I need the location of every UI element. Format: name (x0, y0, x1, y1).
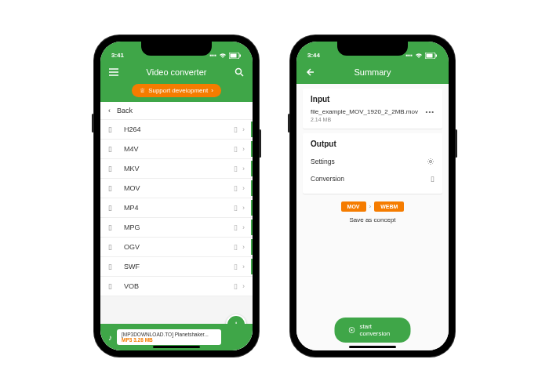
app-header: Video converter (100, 60, 253, 84)
svg-point-7 (430, 161, 432, 163)
output-section: Output Settings Conversion ▯ (303, 133, 442, 194)
screen-left: 3:41 ▪▪▪ Video converter ♕ (100, 42, 253, 350)
queue-format: MP3 (122, 337, 132, 343)
accent-bar (251, 141, 253, 157)
input-filesize: 2.14 MB (311, 117, 434, 122)
chevron-right-icon: › (242, 282, 245, 290)
menu-icon[interactable] (108, 67, 119, 78)
accent-bar (251, 200, 253, 216)
format-item-mkv[interactable]: ▯ MKV ▯ › (100, 159, 253, 179)
format-item-mov[interactable]: ▯ MOV ▯ › (100, 179, 253, 198)
chevron-right-icon: › (242, 223, 245, 231)
music-note-icon: ♪ (108, 333, 112, 342)
screen-right: 3:44 ▪▪▪ Summary Input file_ex (296, 42, 449, 350)
conversion-row[interactable]: Conversion ▯ (311, 170, 434, 187)
device-icon: ▯ (234, 282, 238, 290)
phone-right: 3:44 ▪▪▪ Summary Input file_ex (290, 35, 455, 357)
format-label: M4V (124, 145, 234, 153)
wifi-icon (415, 53, 423, 59)
format-label: MKV (124, 165, 234, 172)
accent-bar (251, 180, 253, 196)
support-development-button[interactable]: ♕ Support development › (132, 84, 221, 97)
file-icon: ▯ (108, 145, 116, 153)
format-item-ogv[interactable]: ▯ OGV ▯ › (100, 238, 253, 257)
status-indicators: ▪▪▪ (405, 52, 438, 59)
settings-label: Settings (311, 158, 335, 165)
format-item-vob[interactable]: ▯ VOB ▯ › (100, 277, 253, 296)
start-label: start conversion (360, 323, 397, 337)
chevron-right-icon: › (369, 203, 372, 210)
settings-row[interactable]: Settings (311, 153, 434, 170)
accent-bar (251, 122, 253, 137)
file-icon: ▯ (108, 184, 116, 192)
file-icon: ▯ (108, 204, 116, 212)
svg-rect-1 (231, 53, 237, 57)
svg-rect-6 (436, 54, 438, 56)
home-indicator (349, 346, 396, 348)
signal-icon: ▪▪▪ (209, 52, 216, 59)
format-label: OGV (124, 243, 234, 251)
support-banner: ♕ Support development › (100, 84, 253, 102)
device-icon: ▯ (234, 125, 238, 133)
file-icon: ▯ (108, 263, 116, 270)
format-label: SWF (124, 263, 234, 270)
more-icon[interactable]: ••• (426, 108, 434, 115)
format-item-mp4[interactable]: ▯ MP4 ▯ › (100, 198, 253, 218)
queue-item[interactable]: [MP3DOWNLOAD.TO] Planetshaker... MP3 3.2… (117, 329, 221, 345)
device-icon: ▯ (431, 175, 434, 183)
svg-point-3 (235, 69, 241, 74)
output-heading: Output (311, 140, 434, 148)
home-indicator (153, 346, 200, 348)
chevron-right-icon: › (242, 125, 245, 133)
battery-icon (425, 53, 438, 59)
queue-filename: [MP3DOWNLOAD.TO] Planetshaker... (122, 332, 216, 337)
play-icon (349, 327, 355, 333)
status-time: 3:44 (307, 52, 320, 59)
accent-bar (251, 220, 253, 235)
device-icon: ▯ (234, 243, 238, 251)
back-button[interactable]: ‹ Back (100, 102, 253, 120)
phone-left: 3:41 ▪▪▪ Video converter ♕ (94, 35, 259, 357)
battery-icon (229, 53, 242, 59)
chevron-right-icon: › (242, 145, 245, 153)
format-item-swf[interactable]: ▯ SWF ▯ › (100, 257, 253, 277)
start-conversion-button[interactable]: start conversion (335, 318, 411, 343)
chevron-right-icon: › (242, 243, 245, 251)
content-area: ‹ Back ▯ H264 ▯ › ▯ M4V ▯ › (100, 102, 253, 350)
support-label: Support development (148, 87, 208, 94)
input-section: Input file_example_MOV_1920_2_2MB.mov ••… (303, 89, 442, 129)
accent-bar (251, 239, 253, 255)
device-icon: ▯ (234, 165, 238, 172)
device-icon: ▯ (234, 263, 238, 270)
status-time: 3:41 (111, 52, 124, 59)
target-format-badge: WEBM (374, 201, 404, 212)
crown-icon: ♕ (140, 87, 145, 94)
chevron-right-icon: › (211, 87, 213, 94)
back-arrow-icon[interactable] (304, 67, 315, 78)
search-icon[interactable] (234, 67, 245, 78)
accent-bar (251, 259, 253, 274)
wifi-icon (219, 53, 227, 59)
device-icon: ▯ (234, 223, 238, 231)
input-heading: Input (311, 95, 434, 103)
format-item-mpg[interactable]: ▯ MPG ▯ › (100, 218, 253, 238)
svg-rect-2 (240, 54, 242, 56)
accent-bar (251, 161, 253, 176)
gear-icon[interactable] (427, 158, 434, 165)
input-file-row[interactable]: file_example_MOV_1920_2_2MB.mov ••• (311, 108, 434, 115)
save-as-concept-button[interactable]: Save as concept (296, 216, 449, 223)
file-icon: ▯ (108, 243, 116, 251)
queue-size: 3.28 MB (133, 337, 153, 343)
file-icon: ▯ (108, 125, 116, 133)
chevron-right-icon: › (242, 184, 245, 192)
format-list: ▯ H264 ▯ › ▯ M4V ▯ › ▯ MKV ▯ › (100, 120, 253, 296)
chevron-right-icon: › (242, 165, 245, 172)
format-item-h264[interactable]: ▯ H264 ▯ › (100, 120, 253, 140)
chevron-right-icon: › (242, 263, 245, 270)
format-item-m4v[interactable]: ▯ M4V ▯ › (100, 140, 253, 159)
status-indicators: ▪▪▪ (209, 52, 242, 59)
back-label: Back (117, 107, 133, 114)
device-icon: ▯ (234, 204, 238, 212)
file-icon: ▯ (108, 223, 116, 231)
device-icon: ▯ (234, 184, 238, 192)
